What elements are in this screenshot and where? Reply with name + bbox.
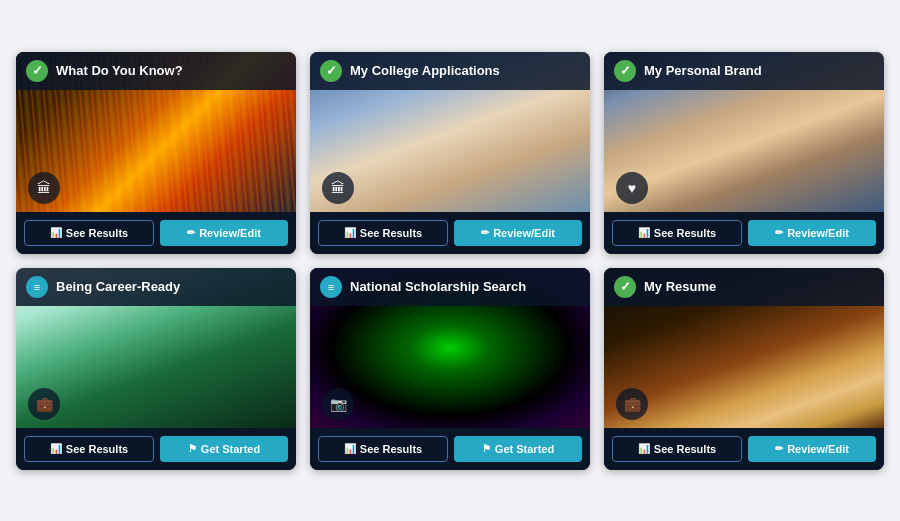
card-image-my-resume: ✓My Resume💼 [604,268,884,428]
bar-chart-icon: 📊 [638,227,650,238]
bar-chart-icon: 📊 [50,443,62,454]
card-center-icon-being-career-ready: 💼 [28,388,60,420]
card-image-my-personal-brand: ✓My Personal Brand♥ [604,52,884,212]
partial-icon: ≡ [320,276,342,298]
card-title-text-my-college-applications: My College Applications [350,63,500,78]
bar-chart-icon: 📊 [344,443,356,454]
check-icon: ✓ [320,60,342,82]
card-title-bar-my-resume: ✓My Resume [604,268,884,306]
bar-chart-icon: 📊 [50,227,62,238]
card-title-bar-what-do-you-know: ✓What Do You Know? [16,52,296,90]
card-image-my-college-applications: ✓My College Applications🏛 [310,52,590,212]
card-title-text-what-do-you-know: What Do You Know? [56,63,183,78]
card-image-what-do-you-know: ✓What Do You Know?🏛 [16,52,296,212]
card-center-icon-my-resume: 💼 [616,388,648,420]
flag-icon: ⚑ [482,443,491,454]
card-title-text-my-resume: My Resume [644,279,716,294]
cards-grid: ✓What Do You Know?🏛📊 See Results✏ Review… [16,52,884,470]
card-footer-my-personal-brand: 📊 See Results✏ Review/Edit [604,212,884,254]
card-title-text-my-personal-brand: My Personal Brand [644,63,762,78]
see-results-button-my-resume[interactable]: 📊 See Results [612,436,742,462]
action-button-my-resume[interactable]: ✏ Review/Edit [748,436,876,462]
card-footer-what-do-you-know: 📊 See Results✏ Review/Edit [16,212,296,254]
card-center-icon-my-college-applications: 🏛 [322,172,354,204]
card-my-personal-brand: ✓My Personal Brand♥📊 See Results✏ Review… [604,52,884,254]
card-my-college-applications: ✓My College Applications🏛📊 See Results✏ … [310,52,590,254]
bar-chart-icon: 📊 [638,443,650,454]
see-results-button-what-do-you-know[interactable]: 📊 See Results [24,220,154,246]
see-results-button-my-personal-brand[interactable]: 📊 See Results [612,220,742,246]
pencil-icon: ✏ [775,443,783,454]
bar-chart-icon: 📊 [344,227,356,238]
card-what-do-you-know: ✓What Do You Know?🏛📊 See Results✏ Review… [16,52,296,254]
card-footer-being-career-ready: 📊 See Results⚑ Get Started [16,428,296,470]
card-image-being-career-ready: ≡Being Career-Ready💼 [16,268,296,428]
card-title-text-being-career-ready: Being Career-Ready [56,279,180,294]
action-button-what-do-you-know[interactable]: ✏ Review/Edit [160,220,288,246]
action-button-being-career-ready[interactable]: ⚑ Get Started [160,436,288,462]
card-title-text-national-scholarship-search: National Scholarship Search [350,279,526,294]
pencil-icon: ✏ [187,227,195,238]
check-icon: ✓ [614,276,636,298]
card-footer-my-college-applications: 📊 See Results✏ Review/Edit [310,212,590,254]
pencil-icon: ✏ [481,227,489,238]
see-results-button-being-career-ready[interactable]: 📊 See Results [24,436,154,462]
card-title-bar-my-college-applications: ✓My College Applications [310,52,590,90]
card-national-scholarship-search: ≡National Scholarship Search📷📊 See Resul… [310,268,590,470]
check-icon: ✓ [26,60,48,82]
partial-icon: ≡ [26,276,48,298]
card-center-icon-my-personal-brand: ♥ [616,172,648,204]
card-image-national-scholarship-search: ≡National Scholarship Search📷 [310,268,590,428]
card-center-icon-what-do-you-know: 🏛 [28,172,60,204]
card-center-icon-national-scholarship-search: 📷 [322,388,354,420]
flag-icon: ⚑ [188,443,197,454]
action-button-national-scholarship-search[interactable]: ⚑ Get Started [454,436,582,462]
see-results-button-national-scholarship-search[interactable]: 📊 See Results [318,436,448,462]
see-results-button-my-college-applications[interactable]: 📊 See Results [318,220,448,246]
pencil-icon: ✏ [775,227,783,238]
card-my-resume: ✓My Resume💼📊 See Results✏ Review/Edit [604,268,884,470]
action-button-my-college-applications[interactable]: ✏ Review/Edit [454,220,582,246]
card-title-bar-national-scholarship-search: ≡National Scholarship Search [310,268,590,306]
card-title-bar-my-personal-brand: ✓My Personal Brand [604,52,884,90]
card-footer-my-resume: 📊 See Results✏ Review/Edit [604,428,884,470]
card-being-career-ready: ≡Being Career-Ready💼📊 See Results⚑ Get S… [16,268,296,470]
action-button-my-personal-brand[interactable]: ✏ Review/Edit [748,220,876,246]
card-footer-national-scholarship-search: 📊 See Results⚑ Get Started [310,428,590,470]
card-title-bar-being-career-ready: ≡Being Career-Ready [16,268,296,306]
check-icon: ✓ [614,60,636,82]
